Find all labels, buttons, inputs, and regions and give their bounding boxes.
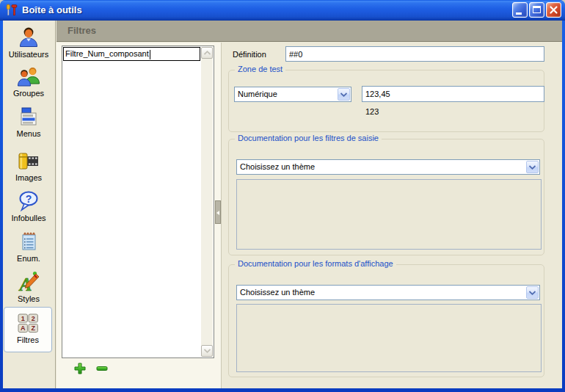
close-button[interactable] <box>546 2 561 18</box>
svg-text:1: 1 <box>21 315 25 322</box>
text-caret <box>150 50 150 59</box>
remove-filter-button[interactable] <box>95 362 109 375</box>
filter-detail-pane: Définition Zone de test Numérique 123 Do… <box>222 43 562 388</box>
toolbox-icon <box>5 4 18 17</box>
sidebar-item-label: Images <box>4 173 53 182</box>
svg-text:?: ? <box>26 193 32 205</box>
film-icon <box>17 149 40 173</box>
splitter-handle[interactable] <box>215 200 221 224</box>
doc-saisie-theme-combobox[interactable]: Choisissez un thème <box>236 159 540 175</box>
sidebar-item-groupes[interactable]: Groupes <box>4 65 53 98</box>
test-result-text: 123 <box>365 107 379 116</box>
doc-saisie-theme-value: Choisissez un thème <box>240 160 315 174</box>
window-content: Utilisateurs Groupes <box>3 21 562 388</box>
sidebar-item-styles[interactable]: A Styles <box>4 270 53 303</box>
window-title: Boîte à outils <box>22 0 82 20</box>
sidebar-item-enum[interactable]: Enum. <box>4 230 53 263</box>
doc-affichage-content-area[interactable] <box>236 304 542 372</box>
plus-icon <box>73 362 87 375</box>
list-scrollbar[interactable] <box>201 47 213 357</box>
sidebar-item-utilisateurs[interactable]: Utilisateurs <box>4 26 53 59</box>
chevron-down-icon <box>340 92 347 97</box>
section-header: Filtres <box>56 21 562 42</box>
sidebar-item-label: Filtres <box>4 335 51 344</box>
menus-icon <box>17 105 40 128</box>
svg-text:Z: Z <box>31 324 35 332</box>
titlebar[interactable]: Boîte à outils <box>0 0 565 21</box>
section-title: Filtres <box>56 21 562 36</box>
sidebar-item-infobulles[interactable]: ? Infobulles <box>4 189 53 222</box>
minimize-button[interactable] <box>512 2 528 18</box>
sidebar-item-label: Utilisateurs <box>4 50 53 59</box>
sidebar-item-label: Menus <box>4 129 53 138</box>
test-type-value: Numérique <box>238 87 277 101</box>
scroll-down-button[interactable] <box>201 345 213 357</box>
filter-listbox[interactable]: Filtre_Num_composant <box>62 46 214 358</box>
combo-dropdown-button[interactable] <box>338 88 350 101</box>
chevron-down-icon <box>204 349 211 353</box>
doc-affichage-title: Documentation pour les formats d'afficha… <box>235 259 396 268</box>
window-controls <box>512 2 561 18</box>
test-type-combobox[interactable]: Numérique <box>234 87 351 102</box>
filter-name-edit[interactable]: Filtre_Num_composant <box>63 47 200 61</box>
combo-dropdown-button[interactable] <box>526 286 539 299</box>
sidebar: Utilisateurs Groupes <box>3 21 56 388</box>
groups-icon <box>17 65 40 88</box>
doc-saisie-content-area[interactable] <box>236 179 542 250</box>
styles-icon: A <box>17 270 40 294</box>
maximize-icon <box>533 6 541 13</box>
sidebar-item-label: Enum. <box>4 254 53 263</box>
minimize-icon <box>516 12 522 15</box>
definition-label: Définition <box>233 50 266 59</box>
notepad-icon <box>17 230 40 253</box>
definition-input[interactable] <box>285 46 544 62</box>
sidebar-item-menus[interactable]: Menus <box>4 105 53 138</box>
sidebar-item-filtres[interactable]: 12 AZ Filtres <box>4 307 52 352</box>
sidebar-item-label: Infobulles <box>4 214 53 222</box>
svg-text:2: 2 <box>32 315 35 322</box>
scroll-up-button[interactable] <box>201 47 213 59</box>
tooltip-icon: ? <box>17 189 40 213</box>
sidebar-item-label: Styles <box>4 294 53 303</box>
svg-text:A: A <box>21 324 26 332</box>
chevron-down-icon <box>529 165 536 170</box>
filter-name-text: Filtre_Num_composant <box>65 49 149 58</box>
doc-affichage-theme-value: Choisissez un thème <box>240 286 315 300</box>
chevron-down-icon <box>529 291 536 295</box>
combo-dropdown-button[interactable] <box>526 161 539 173</box>
close-icon <box>547 3 561 17</box>
add-filter-button[interactable] <box>73 362 87 375</box>
zone-test-title: Zone de test <box>235 65 285 73</box>
user-icon <box>17 26 40 49</box>
test-value-input[interactable] <box>362 86 544 102</box>
sidebar-item-images[interactable]: Images <box>4 149 53 182</box>
doc-saisie-title: Documentation pour les filtres de saisie <box>235 134 382 142</box>
filter-list-panel: Filtre_Num_composant <box>56 43 221 388</box>
maximize-button[interactable] <box>529 2 544 18</box>
minus-icon <box>95 362 109 375</box>
sidebar-item-label: Groupes <box>4 89 53 98</box>
toolbox-window: Boîte à outils <box>0 0 565 392</box>
filter-keys-icon: 12 AZ <box>16 311 40 335</box>
doc-affichage-theme-combobox[interactable]: Choisissez un thème <box>236 285 540 300</box>
chevron-up-icon <box>204 51 211 55</box>
